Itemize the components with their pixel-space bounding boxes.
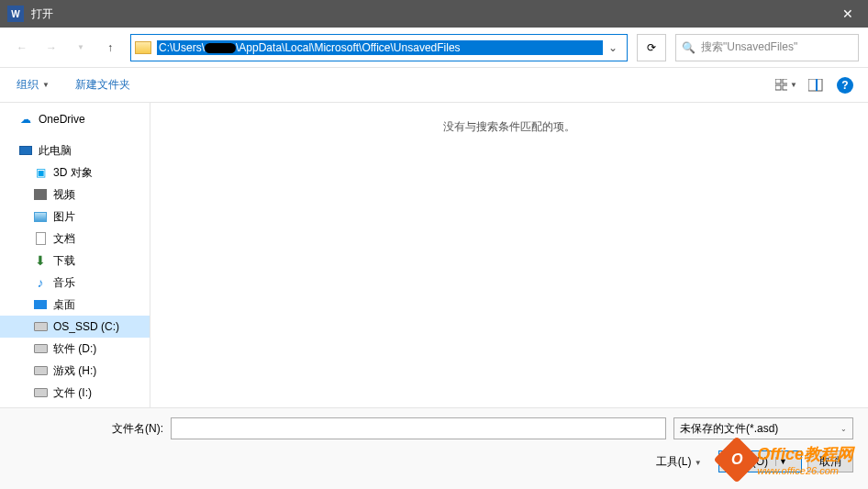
chevron-down-icon: ⌄ (840, 425, 847, 433)
sidebar-label: OneDrive (39, 113, 85, 126)
chevron-down-icon: ▼ (695, 459, 702, 467)
titlebar: W 打开 ✕ (0, 0, 868, 28)
view-options-button[interactable]: ▼ (774, 73, 798, 97)
svg-rect-0 (775, 79, 781, 83)
help-button[interactable]: ? (833, 73, 857, 97)
sidebar-item-drive-i[interactable]: 文件 (I:) (0, 382, 150, 404)
sidebar-item-onedrive[interactable]: ☁ OneDrive (0, 108, 150, 130)
new-folder-button[interactable]: 新建文件夹 (70, 73, 136, 96)
organize-button[interactable]: 组织 ▼ (11, 73, 55, 96)
music-icon: ♪ (33, 275, 48, 290)
address-bar[interactable]: C:\Users\\AppData\Local\Microsoft\Office… (130, 34, 628, 61)
preview-pane-icon (808, 79, 823, 92)
sidebar-label: 视频 (53, 187, 75, 203)
search-icon: 🔍 (682, 41, 696, 54)
sidebar-label: 文件 (I:) (53, 385, 92, 401)
filename-input[interactable] (171, 417, 666, 439)
open-button[interactable]: 打开(O) ▼ (718, 450, 802, 472)
toolbar: 组织 ▼ 新建文件夹 ▼ ? (0, 68, 868, 103)
sidebar-label: 文档 (53, 231, 75, 247)
forward-button[interactable]: → (39, 35, 64, 61)
sidebar-item-downloads[interactable]: ⬇ 下载 (0, 250, 150, 272)
sidebar-label: OS_SSD (C:) (53, 320, 119, 333)
organize-label: 组织 (17, 77, 39, 93)
chevron-down-icon: ▼ (42, 81, 50, 89)
new-folder-label: 新建文件夹 (75, 77, 130, 93)
path-suffix: \AppData\Local\Microsoft\Office\UnsavedF… (236, 41, 461, 54)
window-title: 打开 (31, 6, 827, 22)
navigation-bar: ← → ▼ ↑ C:\Users\\AppData\Local\Microsof… (0, 28, 868, 68)
path-prefix: C:\Users\ (159, 41, 205, 54)
filetype-combo[interactable]: 未保存的文件(*.asd) ⌄ (673, 417, 853, 439)
tools-label: 工具(L) (656, 455, 692, 468)
sidebar-item-desktop[interactable]: 桌面 (0, 294, 150, 316)
drive-icon (33, 385, 48, 400)
svg-rect-2 (775, 85, 781, 90)
address-path: C:\Users\\AppData\Local\Microsoft\Office… (157, 40, 603, 55)
sidebar-item-drive-d[interactable]: 软件 (D:) (0, 338, 150, 360)
refresh-button[interactable]: ⟳ (637, 34, 666, 61)
open-label: 打开(O) (730, 454, 768, 470)
recent-dropdown[interactable]: ▼ (68, 35, 94, 61)
cancel-button[interactable]: 取消 (807, 450, 853, 472)
drive-icon (33, 363, 48, 378)
help-icon: ? (837, 77, 853, 94)
word-app-icon: W (7, 6, 24, 22)
desktop-icon (33, 297, 48, 312)
svg-rect-4 (808, 79, 822, 91)
navigation-tree[interactable]: ☁ OneDrive 此电脑 ▣ 3D 对象 视频 图片 文档 ⬇ 下载 (0, 103, 150, 407)
drive-icon (33, 341, 48, 356)
back-button[interactable]: ← (9, 35, 35, 61)
film-icon (33, 187, 48, 202)
sidebar-label: 音乐 (53, 275, 75, 291)
sidebar-label: 软件 (D:) (53, 341, 96, 357)
drive-icon (33, 319, 48, 334)
sidebar-item-3d[interactable]: ▣ 3D 对象 (0, 161, 150, 183)
download-icon: ⬇ (33, 253, 48, 268)
pc-icon (18, 143, 33, 158)
sidebar-item-thispc[interactable]: 此电脑 (0, 139, 150, 161)
close-button[interactable]: ✕ (827, 0, 868, 28)
cube-icon: ▣ (33, 165, 48, 180)
search-placeholder: 搜索"UnsavedFiles" (701, 39, 797, 55)
grid-view-icon (775, 79, 787, 92)
main-area: ☁ OneDrive 此电脑 ▣ 3D 对象 视频 图片 文档 ⬇ 下载 (0, 103, 868, 407)
empty-message: 没有与搜索条件匹配的项。 (443, 119, 575, 407)
svg-rect-3 (783, 85, 787, 90)
sidebar-item-drive-c[interactable]: OS_SSD (C:) (0, 316, 150, 338)
sidebar-label: 图片 (53, 209, 75, 225)
folder-icon (135, 41, 151, 54)
dialog-footer: 文件名(N): 未保存的文件(*.asd) ⌄ 工具(L) ▼ 打开(O) ▼ … (0, 407, 868, 489)
tools-button[interactable]: 工具(L) ▼ (656, 454, 702, 470)
sidebar-item-music[interactable]: ♪ 音乐 (0, 272, 150, 294)
picture-icon (33, 209, 48, 224)
search-input[interactable]: 🔍 搜索"UnsavedFiles" (675, 34, 859, 61)
preview-pane-button[interactable] (804, 73, 828, 97)
svg-rect-1 (783, 79, 787, 83)
cancel-label: 取消 (819, 454, 841, 470)
redacted-username (205, 43, 236, 53)
address-dropdown-icon[interactable]: ⌄ (603, 41, 623, 54)
onedrive-icon: ☁ (18, 112, 33, 127)
up-button[interactable]: ↑ (97, 35, 123, 61)
sidebar-label: 此电脑 (39, 143, 72, 159)
chevron-down-icon: ▼ (790, 81, 797, 89)
sidebar-item-pictures[interactable]: 图片 (0, 206, 150, 228)
sidebar-item-documents[interactable]: 文档 (0, 228, 150, 250)
sidebar-label: 桌面 (53, 297, 75, 313)
sidebar-item-drive-h[interactable]: 游戏 (H:) (0, 360, 150, 382)
file-list-area[interactable]: 没有与搜索条件匹配的项。 (150, 103, 868, 407)
sidebar-item-videos[interactable]: 视频 (0, 183, 150, 206)
sidebar-label: 游戏 (H:) (53, 363, 96, 379)
open-split-icon[interactable]: ▼ (775, 457, 790, 466)
filetype-label: 未保存的文件(*.asd) (680, 421, 778, 437)
filename-label: 文件名(N): (15, 421, 171, 437)
document-icon (33, 231, 48, 246)
sidebar-label: 3D 对象 (53, 165, 93, 181)
sidebar-label: 下载 (53, 253, 75, 269)
